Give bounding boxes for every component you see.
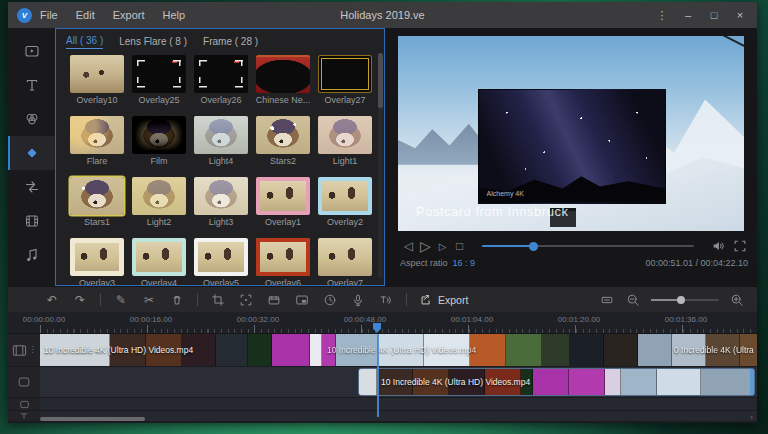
more-menu-icon[interactable]: ⋮: [651, 6, 673, 24]
text-to-speech-icon[interactable]: [378, 292, 394, 308]
media-item[interactable]: Stars1: [66, 177, 128, 227]
library-scrollbar[interactable]: [378, 53, 383, 278]
media-thumbnail[interactable]: [132, 116, 186, 154]
text-track-header[interactable]: [8, 411, 40, 421]
sidebar-item-text[interactable]: [8, 68, 55, 102]
sidebar-item-filters[interactable]: [8, 102, 55, 136]
export-button[interactable]: Export: [419, 293, 468, 307]
sidebar-item-music[interactable]: [8, 238, 55, 272]
seek-bar[interactable]: [482, 245, 694, 247]
media-item[interactable]: Light1: [314, 116, 376, 166]
previous-frame-button[interactable]: ◁: [400, 239, 417, 253]
menu-export[interactable]: Export: [113, 9, 145, 21]
video-track-header[interactable]: ⋮: [8, 334, 40, 366]
pip-icon[interactable]: [294, 292, 310, 308]
video-track-clips[interactable]: 10 Incredible 4K (Ultra HD) Videos.mp410…: [40, 334, 757, 366]
crop-icon[interactable]: [210, 292, 226, 308]
media-item[interactable]: Light2: [128, 177, 190, 227]
pip-track-2-header[interactable]: [8, 398, 40, 410]
media-item[interactable]: Flare: [66, 116, 128, 166]
pip-track-1-header[interactable]: [8, 367, 40, 397]
media-thumbnail[interactable]: [194, 116, 248, 154]
media-item[interactable]: Overlay1: [252, 177, 314, 227]
media-item[interactable]: Overlay4: [128, 238, 190, 286]
media-item[interactable]: Light3: [190, 177, 252, 227]
media-thumbnail[interactable]: [132, 55, 186, 93]
split-scissors-icon[interactable]: ✂: [141, 292, 157, 308]
media-item[interactable]: Stars2: [252, 116, 314, 166]
clip-trim-handle[interactable]: [750, 369, 754, 395]
media-item[interactable]: Overlay5: [190, 238, 252, 286]
zoom-region-icon[interactable]: [238, 292, 254, 308]
delete-trash-icon[interactable]: [169, 292, 185, 308]
zoom-in-icon[interactable]: [729, 292, 745, 308]
tab-frame[interactable]: Frame ( 28 ): [203, 36, 258, 49]
pip-clip[interactable]: 10 Incredible 4K (Ultra HD) Videos.mp4: [358, 368, 755, 396]
hscrollbar-thumb[interactable]: [40, 417, 145, 421]
media-item[interactable]: Overlay6: [252, 238, 314, 286]
timeline-zoom-slider[interactable]: [651, 299, 719, 301]
tab-all[interactable]: All ( 36 ): [66, 35, 103, 49]
media-thumbnail[interactable]: [70, 55, 124, 93]
play-button[interactable]: ▷: [417, 238, 434, 254]
timeline-ruler[interactable]: 00:00:00.0000:00:16.0000:00:32.0000:00:4…: [8, 312, 757, 334]
media-thumbnail[interactable]: [256, 238, 310, 276]
scroll-right-arrow[interactable]: ›: [750, 413, 753, 422]
tab-lens[interactable]: Lens Flare ( 8 ): [119, 36, 187, 49]
undo-icon[interactable]: ↶: [44, 292, 60, 308]
media-thumbnail[interactable]: [132, 238, 186, 276]
media-item[interactable]: Overlay2: [314, 177, 376, 227]
minimize-icon[interactable]: –: [677, 6, 699, 24]
playhead-line[interactable]: [377, 334, 379, 417]
pip-track-1-body[interactable]: 10 Incredible 4K (Ultra HD) Videos.mp4: [40, 367, 757, 397]
media-thumbnail[interactable]: [318, 116, 372, 154]
pip-track-2-body[interactable]: [40, 398, 757, 410]
seek-handle[interactable]: [529, 242, 538, 251]
menu-help[interactable]: Help: [163, 9, 186, 21]
media-item[interactable]: Overlay25: [128, 55, 190, 105]
sidebar-item-elements[interactable]: [8, 204, 55, 238]
media-thumbnail[interactable]: [70, 177, 124, 215]
media-thumbnail[interactable]: [256, 177, 310, 215]
media-thumbnail[interactable]: [132, 177, 186, 215]
speed-clapper-icon[interactable]: [266, 292, 282, 308]
fit-timeline-icon[interactable]: [599, 292, 615, 308]
media-item[interactable]: Light4: [190, 116, 252, 166]
edit-pencil-icon[interactable]: ✎: [113, 292, 129, 308]
zoom-slider-handle[interactable]: [677, 296, 685, 304]
aspect-ratio-value[interactable]: 16 : 9: [453, 258, 476, 268]
timeline-hscrollbar[interactable]: ›: [40, 417, 743, 421]
volume-icon[interactable]: [711, 239, 725, 253]
pip-video-overlay[interactable]: Alchemy 4K: [478, 89, 667, 204]
media-item[interactable]: Overlay10: [66, 55, 128, 105]
sidebar-item-transitions[interactable]: [8, 170, 55, 204]
next-frame-button[interactable]: ▷: [434, 241, 451, 252]
sidebar-item-overlays[interactable]: [8, 136, 55, 170]
media-thumbnail[interactable]: [256, 116, 310, 154]
sidebar-item-media[interactable]: [8, 34, 55, 68]
media-thumbnail[interactable]: [256, 55, 310, 93]
media-thumbnail[interactable]: [194, 177, 248, 215]
media-item[interactable]: Overlay3: [66, 238, 128, 286]
menu-file[interactable]: File: [40, 9, 58, 21]
media-thumbnail[interactable]: [318, 238, 372, 276]
media-thumbnail[interactable]: [194, 238, 248, 276]
media-item[interactable]: Overlay26: [190, 55, 252, 105]
media-thumbnail[interactable]: [318, 177, 372, 215]
track-options-dots[interactable]: ⋮: [29, 348, 37, 352]
fullscreen-icon[interactable]: [733, 239, 747, 253]
media-thumbnail[interactable]: [318, 55, 372, 93]
zoom-out-icon[interactable]: [625, 292, 641, 308]
record-voiceover-mic-icon[interactable]: [350, 292, 366, 308]
maximize-icon[interactable]: □: [703, 6, 725, 24]
redo-icon[interactable]: ↷: [72, 292, 88, 308]
media-thumbnail[interactable]: [194, 55, 248, 93]
media-thumbnail[interactable]: [70, 238, 124, 276]
media-item[interactable]: Film: [128, 116, 190, 166]
media-item[interactable]: Overlay27: [314, 55, 376, 105]
media-item[interactable]: Overlay7: [314, 238, 376, 286]
media-thumbnail[interactable]: [70, 116, 124, 154]
media-item[interactable]: Chinese Ne...: [252, 55, 314, 105]
close-icon[interactable]: ×: [729, 6, 751, 24]
duration-clock-icon[interactable]: [322, 292, 338, 308]
